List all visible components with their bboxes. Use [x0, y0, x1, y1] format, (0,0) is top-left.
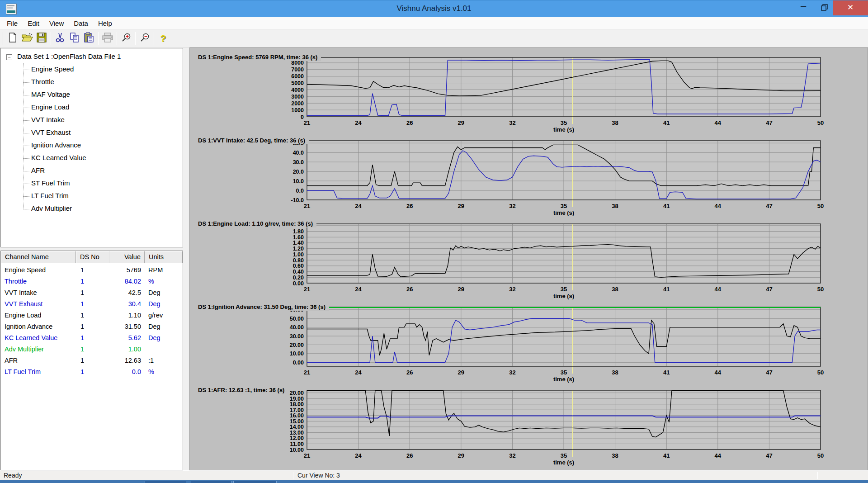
- menu-item-data[interactable]: Data: [69, 17, 93, 29]
- table-row-ignition-advance[interactable]: Ignition Advance131.50Deg: [1, 321, 183, 332]
- x-tick-label: 26: [406, 369, 413, 376]
- table-row-engine-load[interactable]: Engine Load11.10g/rev: [1, 310, 183, 321]
- left-panel: −Data Set 1 :OpenFlash Data File 1Engine…: [0, 47, 184, 470]
- table-header-value[interactable]: Value: [109, 251, 145, 263]
- table-header-ds-no[interactable]: DS No: [76, 251, 109, 263]
- x-tick-label: 50: [817, 369, 824, 376]
- table-row-kc-learned-value[interactable]: KC Learned Value15.62Deg: [1, 332, 183, 344]
- tree-root[interactable]: −Data Set 1 :OpenFlash Data File 1: [1, 51, 183, 64]
- tree-item-vvt-intake[interactable]: VVT Intake: [1, 114, 183, 127]
- cell-name: LT Fuel Trim: [1, 366, 76, 378]
- x-tick-label: 32: [509, 369, 515, 376]
- cut-button[interactable]: [53, 32, 67, 45]
- print-button[interactable]: [100, 32, 115, 45]
- cell-units: Deg: [145, 321, 183, 332]
- x-tick-label: 24: [355, 286, 362, 293]
- tree-item-label: Engine Speed: [31, 65, 74, 73]
- tree-item-afr[interactable]: AFR: [1, 165, 183, 178]
- taskbar-sliver: [0, 480, 868, 483]
- tree-item-label: ST Fuel Trim: [31, 179, 70, 187]
- tree-item-throttle[interactable]: Throttle: [1, 76, 183, 89]
- menu-bar: FileEditViewDataHelp: [0, 17, 868, 29]
- table-header-channel-name[interactable]: Channel Name: [1, 251, 76, 263]
- restore-button[interactable]: [815, 0, 835, 15]
- tree-item-engine-speed[interactable]: Engine Speed: [1, 64, 183, 76]
- cell-name: VVT Intake: [1, 287, 76, 298]
- taskbar-button[interactable]: [233, 481, 277, 483]
- tree-stub: [23, 146, 29, 146]
- menu-item-edit[interactable]: Edit: [23, 17, 44, 29]
- tree-item-label: Throttle: [31, 78, 54, 85]
- table-row-engine-speed[interactable]: Engine Speed15769RPM: [1, 265, 183, 276]
- table-row-vvt-exhaust[interactable]: VVT Exhaust130.4Deg: [1, 298, 183, 310]
- tree-item-vvt-exhaust[interactable]: VVT Exhaust: [1, 127, 183, 140]
- tree-item-label: AFR: [31, 166, 45, 174]
- taskbar-button[interactable]: [145, 481, 186, 483]
- tree-stub: [23, 196, 29, 197]
- tree-item-engine-load[interactable]: Engine Load: [1, 102, 183, 114]
- tree-item-adv-multiplier[interactable]: Adv Multiplier: [1, 203, 183, 216]
- x-tick-label: 44: [715, 286, 722, 293]
- y-tick-label: 30.00: [290, 333, 304, 340]
- new-button[interactable]: [5, 32, 20, 45]
- y-tick-label: 50.00: [290, 316, 304, 322]
- close-button[interactable]: ✕: [833, 0, 868, 15]
- copy-button[interactable]: [67, 32, 82, 45]
- help-button[interactable]: ?: [156, 32, 170, 45]
- print-icon: [102, 32, 113, 45]
- tree-item-label: VVT Intake: [31, 116, 65, 123]
- tree-item-ignition-advance[interactable]: Ignition Advance: [1, 140, 183, 152]
- zoom-in-button[interactable]: [119, 32, 133, 45]
- chart-afr[interactable]: 20.0019.0018.0017.0016.0015.0014.0013.00…: [190, 386, 868, 469]
- chart-vvt-intake[interactable]: 50.040.030.020.010.00.0-10.0212426293235…: [190, 136, 868, 219]
- toolbar-separator: [117, 32, 117, 45]
- cell-name: Engine Speed: [1, 265, 76, 276]
- zoom-out-icon: [139, 32, 150, 45]
- open-button[interactable]: [20, 32, 34, 45]
- cell-units: Deg: [145, 298, 183, 310]
- table-row-afr[interactable]: AFR112.63:1: [1, 355, 183, 366]
- tree-collapse-icon[interactable]: −: [6, 54, 12, 60]
- cell-value: 1.00: [109, 344, 145, 355]
- zoom-out-button[interactable]: [137, 32, 152, 45]
- chart-title: DS 1:Ignition Advance: 31.50 Deg, time: …: [198, 303, 329, 311]
- x-tick-label: 26: [406, 119, 413, 126]
- cell-value: 12.63: [109, 355, 145, 366]
- x-tick-label: 29: [458, 119, 464, 126]
- chart-engine-speed[interactable]: 8000700060005000400030002000100002124262…: [190, 53, 868, 136]
- chart-ignition-advance[interactable]: 60.0050.0040.0030.0020.0010.000.00212426…: [190, 303, 868, 386]
- tree-item-lt-fuel-trim[interactable]: LT Fuel Trim: [1, 190, 183, 203]
- cell-ds: 1: [76, 310, 109, 321]
- table-row-throttle[interactable]: Throttle184.02%: [1, 276, 183, 287]
- y-tick-label: 6000: [291, 73, 304, 80]
- table-row-adv-multiplier[interactable]: Adv Multiplier11.00: [1, 344, 183, 355]
- tree-item-st-fuel-trim[interactable]: ST Fuel Trim: [1, 178, 183, 190]
- chart-engine-load[interactable]: 2.001.801.601.401.201.000.800.600.400.20…: [190, 219, 868, 303]
- chart-surface[interactable]: 8000700060005000400030002000100002124262…: [189, 47, 868, 470]
- menu-item-file[interactable]: File: [2, 17, 23, 29]
- x-tick-label: 32: [509, 452, 515, 459]
- tree-stub: [23, 70, 29, 70]
- tree-stub: [23, 108, 29, 108]
- x-tick-label: 21: [304, 369, 310, 376]
- tree-item-kc-learned-value[interactable]: KC Learned Value: [1, 152, 183, 165]
- table-row-vvt-intake[interactable]: VVT Intake142.5Deg: [1, 287, 183, 298]
- menu-item-help[interactable]: Help: [93, 17, 117, 29]
- x-tick-label: 41: [663, 452, 670, 459]
- cell-value: 31.50: [109, 321, 145, 332]
- save-button[interactable]: [34, 32, 49, 45]
- chart-title: DS 1:Engine Speed: 5769 RPM, time: 36 (s…: [198, 53, 321, 61]
- menu-item-view[interactable]: View: [44, 17, 69, 29]
- zoom-in-icon: [121, 32, 132, 45]
- minimize-button[interactable]: –: [792, 0, 815, 15]
- y-tick-label: 1000: [291, 107, 304, 114]
- chart-panel: 8000700060005000400030002000100002124262…: [184, 47, 868, 470]
- tree-item-label: VVT Exhaust: [31, 128, 71, 136]
- paste-button[interactable]: [82, 32, 96, 45]
- tree-item-maf-voltage[interactable]: MAF Voltage: [1, 89, 183, 102]
- x-tick-label: 35: [561, 203, 567, 209]
- toolbar-separator: [135, 32, 136, 45]
- taskbar-button[interactable]: [191, 481, 231, 483]
- table-header-units[interactable]: Units: [145, 251, 183, 263]
- table-row-lt-fuel-trim[interactable]: LT Fuel Trim10.0%: [1, 366, 183, 378]
